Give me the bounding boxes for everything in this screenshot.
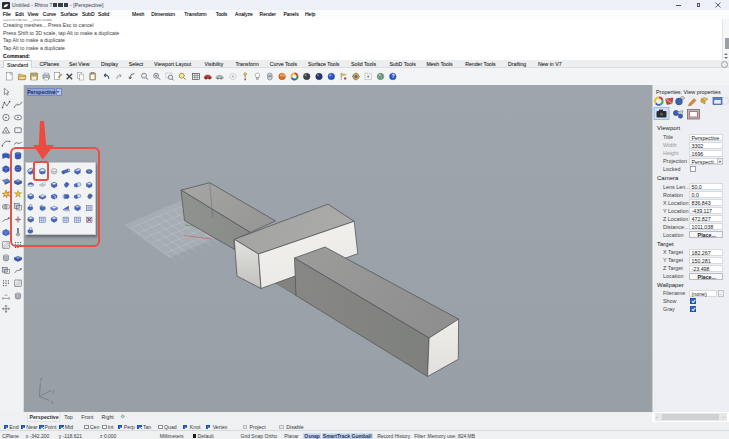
svg-text:y: y xyxy=(52,388,55,394)
svg-text:x: x xyxy=(51,399,54,405)
svg-text:z: z xyxy=(40,376,43,382)
